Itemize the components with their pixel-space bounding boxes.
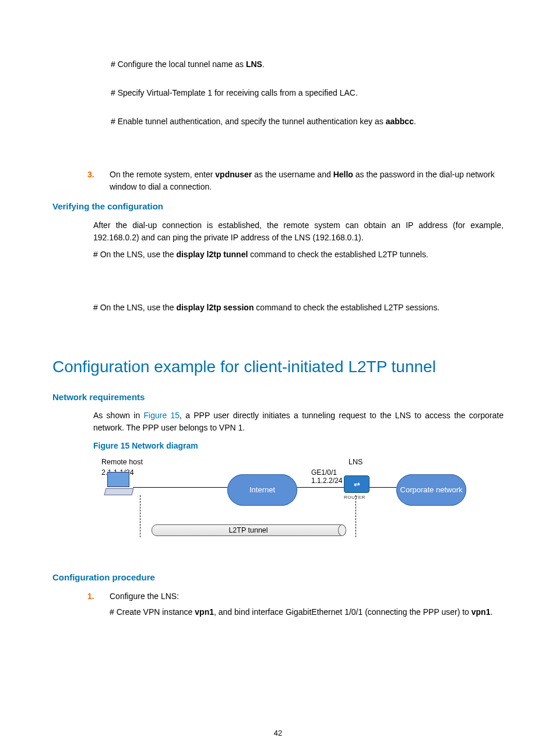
heading-config-procedure: Configuration procedure [52,571,504,584]
heading-main: Configuration example for client-initiat… [52,355,504,379]
text: , and bind interface GigabitEthernet 1/0… [214,607,471,617]
text: As shown in [93,411,144,420]
step-number: 3. [87,169,110,193]
verify-p1: After the dial-up connection is establis… [93,219,504,244]
text: # Create VPN instance [110,607,195,617]
text: . [490,607,492,617]
config-step-vt: # Specify Virtual-Template 1 for receivi… [111,87,504,99]
config-step-auth: # Enable tunnel authentication, and spec… [111,116,504,128]
cfg-step1-title: Configure the LNS: [110,590,504,603]
step-number: 1. [87,590,110,618]
router-icon: ⇄ [344,475,370,493]
figure-link[interactable]: Figure 15 [144,411,180,420]
bold-aabbcc: aabbcc [386,117,414,126]
step-body: On the remote system, enter vpdnuser as … [110,169,504,193]
network-diagram: Remote host 2.1.1.1/24 LNS GE1/0/1 1.1.2… [93,457,466,550]
label-lns: LNS [349,457,363,468]
bold-display-tunnel: display l2tp tunnel [176,250,248,259]
heading-verifying: Verifying the configuration [52,200,504,214]
tunnel-label: L2TP tunnel [228,526,268,534]
text: . [262,60,265,69]
bold-vpn1: vpn1 [195,607,214,617]
bold-display-session: display l2tp session [176,303,254,312]
text: command to check the established L2TP tu… [248,250,428,259]
heading-network-requirements: Network requirements [52,391,504,404]
step-3: 3. On the remote system, enter vpdnuser … [87,169,504,193]
bold-vpn1: vpn1 [471,607,491,617]
cfg-step1-body: # Create VPN instance vpn1, and bind int… [110,606,504,618]
label-ge-ip: 1.1.2.2/24 [311,475,342,486]
cfg-step-1: 1. Configure the LNS: # Create VPN insta… [87,590,504,618]
config-step-tunnel-name: # Configure the local tunnel name as LNS… [111,58,504,71]
text: # Enable tunnel authentication, and spec… [111,117,386,126]
text: as the username and [252,170,333,179]
verify-p2: # On the LNS, use the display l2tp tunne… [93,249,504,261]
host-icon [105,472,132,495]
netreq-body: As shown in Figure 15, a PPP user direct… [93,410,504,434]
cloud-corporate-label: Corporate network [397,486,466,494]
bold-lns: LNS [246,60,262,69]
text: On the remote system, enter [110,170,215,179]
text: # On the LNS, use the [93,303,176,312]
l2tp-tunnel: L2TP tunnel [152,524,345,536]
router-label: ROUTER [344,494,365,501]
text: # On the LNS, use the [93,250,176,259]
bold-vpdnuser: vpdnuser [215,170,252,179]
cloud-internet: Internet [227,474,297,506]
label-remote-host: Remote host [101,457,143,468]
text: command to check the established L2TP se… [254,303,439,312]
page-number: 42 [0,727,556,739]
text: . [414,117,416,126]
text: # Configure the local tunnel name as [111,60,246,69]
bold-hello: Hello [333,170,353,179]
figure-caption: Figure 15 Network diagram [93,440,504,452]
verify-p3: # On the LNS, use the display l2tp sessi… [93,302,504,314]
cloud-corporate: Corporate network [396,474,466,506]
cloud-internet-label: Internet [249,486,275,494]
